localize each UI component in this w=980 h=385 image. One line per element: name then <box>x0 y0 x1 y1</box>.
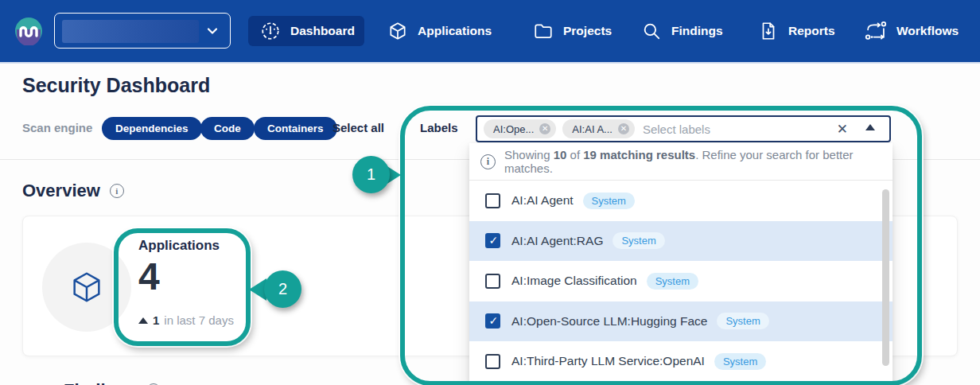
screen: Dashboard Applications Projects <box>0 0 980 385</box>
label-option-row[interactable]: AI:AI Agent:RAG System <box>469 221 892 262</box>
delta-up-icon <box>138 317 148 324</box>
applications-cube-icon <box>387 21 408 41</box>
results-summary: i Showing 10 of 19 matching results. Ref… <box>469 143 892 181</box>
labels-label: Labels <box>420 121 458 134</box>
nav-item-findings[interactable]: Findings <box>641 0 723 62</box>
option-label: AI:AI Agent:RAG <box>511 234 603 248</box>
clear-selection-icon[interactable]: ✕ <box>837 121 848 138</box>
checkbox[interactable] <box>485 274 500 289</box>
chip-label: AI:AI A... <box>572 123 612 135</box>
chip-remove-icon[interactable]: ✕ <box>539 123 550 134</box>
organization-name-redacted <box>62 20 199 43</box>
organization-selector[interactable] <box>54 13 231 49</box>
scan-engine-label: Scan engine <box>22 121 92 134</box>
nav-item-reports[interactable]: Reports <box>758 0 835 62</box>
engine-pill-code[interactable]: Code <box>200 117 255 140</box>
checkbox[interactable] <box>485 313 500 329</box>
option-label: AI:Image Classification <box>511 274 637 288</box>
nav-item-applications[interactable]: Applications <box>387 0 492 62</box>
findings-section-title: Findings i <box>64 380 161 385</box>
label-option-row[interactable]: AI:AI Agent System <box>469 181 892 221</box>
delta-suffix: in last 7 days <box>164 313 234 327</box>
page-title: Security Dashboard <box>22 74 210 97</box>
dropdown-scrollbar[interactable] <box>882 189 889 366</box>
nav-item-workflows[interactable]: Workflows <box>865 0 959 62</box>
metric-value: 4 <box>138 255 160 298</box>
system-badge: System <box>647 273 698 290</box>
option-label: AI:Third-Party LLM Service:OpenAI <box>511 354 705 368</box>
label-option-row[interactable]: AI:Third-Party LLM Service:OpenAI System <box>469 341 892 382</box>
chevron-down-icon <box>206 25 219 41</box>
metric-delta: 1 in last 7 days <box>138 313 234 327</box>
overview-title-text: Overview <box>22 181 100 201</box>
delta-value: 1 <box>153 313 159 327</box>
checkbox[interactable] <box>485 354 500 369</box>
overview-section-title: Overview i <box>22 181 124 201</box>
label-option-row[interactable]: AI:Image Classification System <box>469 261 892 301</box>
labels-dropdown-panel: i Showing 10 of 19 matching results. Ref… <box>469 143 892 385</box>
selected-label-chip: AI:AI A... ✕ <box>562 119 635 138</box>
annotation-pointer-1 <box>383 164 401 186</box>
top-navbar: Dashboard Applications Projects <box>0 0 980 62</box>
checkbox[interactable] <box>485 193 500 208</box>
system-badge: System <box>583 192 635 209</box>
nav-item-label: Applications <box>418 24 492 38</box>
selected-label-chip: AI:Ope... ✕ <box>484 119 556 138</box>
nav-item-projects[interactable]: Projects <box>533 0 612 62</box>
projects-folder-icon <box>533 21 554 41</box>
info-icon: i <box>480 154 496 169</box>
labels-select-input[interactable]: AI:Ope... ✕ AI:AI A... ✕ Select labels ✕ <box>476 115 891 142</box>
nav-item-dashboard[interactable]: Dashboard <box>248 16 364 46</box>
findings-search-icon <box>641 21 662 41</box>
select-all-link[interactable]: Select all <box>332 121 384 134</box>
engine-pill-dependencies[interactable]: Dependencies <box>102 117 202 140</box>
metric-label: Applications <box>138 238 220 254</box>
system-badge: System <box>612 232 664 249</box>
reports-document-icon <box>758 21 779 41</box>
nav-item-label: Dashboard <box>290 24 355 38</box>
annotation-badge-1: 1 <box>352 156 390 193</box>
nav-item-label: Projects <box>563 24 612 38</box>
system-badge: System <box>714 353 766 370</box>
dashboard-gauge-icon <box>260 21 281 41</box>
engine-pill-containers[interactable]: Containers <box>254 117 337 140</box>
chip-label: AI:Ope... <box>493 123 534 135</box>
mend-logo-icon <box>14 17 43 45</box>
labels-placeholder: Select labels <box>643 122 710 136</box>
system-badge: System <box>717 313 768 329</box>
checkbox[interactable] <box>485 233 500 248</box>
chip-remove-icon[interactable]: ✕ <box>618 123 629 134</box>
applications-metric-circle <box>42 243 131 332</box>
workflows-icon <box>865 20 887 42</box>
nav-item-label: Reports <box>788 24 835 38</box>
info-icon[interactable]: i <box>110 184 124 198</box>
findings-title-text: Findings <box>64 380 137 385</box>
nav-item-label: Findings <box>671 24 723 38</box>
nav-item-label: Workflows <box>896 24 959 38</box>
option-label: AI:AI Agent <box>511 193 574 208</box>
label-option-row[interactable]: AI:Open-Source LLM:Hugging Face System <box>469 301 892 342</box>
option-label: AI:Open-Source LLM:Hugging Face <box>511 314 707 329</box>
results-summary-text: Showing 10 of 19 matching results. Refin… <box>504 148 892 175</box>
caret-up-icon[interactable] <box>865 124 875 130</box>
applications-cube-icon <box>68 269 105 305</box>
